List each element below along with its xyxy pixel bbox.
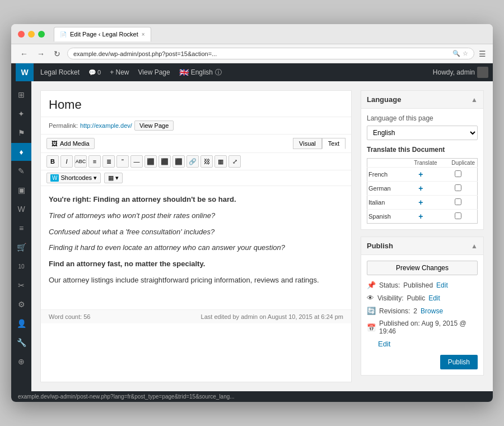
sidebar-icon-extra4[interactable]: 🔧	[11, 334, 31, 351]
spanish-translate[interactable]: +	[402, 210, 440, 224]
align-left-button[interactable]: ⬛	[144, 155, 157, 168]
italian-duplicate-checkbox[interactable]	[455, 198, 461, 205]
language-select[interactable]: English French German Italian Spanish	[367, 126, 478, 140]
text-tab[interactable]: Text	[322, 138, 346, 149]
language-widget: Language ▲ Language of this page English…	[361, 90, 484, 230]
add-media-label: Add Media	[60, 140, 90, 147]
language-item[interactable]: 🇬🇧 English ⓘ	[175, 63, 226, 81]
calendar-icon: 📅	[367, 323, 376, 332]
sidebar-icon-extra1[interactable]: ✂	[11, 276, 31, 294]
link-button[interactable]: 🔗	[186, 155, 199, 168]
caret-icon: ▾	[115, 174, 119, 182]
permalink-link[interactable]: http://example.dev/	[80, 122, 132, 129]
spanish-duplicate-checkbox[interactable]	[455, 212, 461, 219]
spanish-translate-plus[interactable]: +	[418, 212, 423, 221]
quote-button[interactable]: "	[116, 155, 129, 168]
comments-item[interactable]: 💬 0	[84, 63, 105, 81]
howdy-label: Howdy, admin	[433, 68, 475, 76]
italian-translate[interactable]: +	[402, 196, 440, 210]
sidebar-icon-extra3[interactable]: 👤	[11, 314, 31, 332]
view-page-item[interactable]: View Page	[134, 63, 175, 81]
insert-button[interactable]: ▦	[214, 155, 227, 168]
forward-button[interactable]: →	[35, 48, 47, 59]
italian-duplicate[interactable]	[440, 196, 478, 210]
sidebar-icon-users[interactable]: ≡	[11, 219, 31, 237]
italic-button[interactable]: I	[60, 155, 73, 168]
ol-button[interactable]: ≣	[102, 155, 115, 168]
align-center-button[interactable]: ⬛	[158, 155, 171, 168]
language-toggle-icon[interactable]: ▲	[471, 96, 478, 104]
sidebar-icon-appearance[interactable]: ▣	[11, 181, 31, 199]
align-right-button[interactable]: ⬛	[172, 155, 185, 168]
tab-close-icon[interactable]: ×	[142, 31, 145, 38]
shortcodes-button[interactable]: W Shortcodes ▾	[46, 173, 101, 183]
italian-translate-plus[interactable]: +	[418, 198, 423, 207]
close-button[interactable]	[18, 31, 25, 38]
italian-label: Italian	[367, 196, 403, 210]
sidebar-icon-plugins[interactable]: W	[11, 200, 31, 218]
german-duplicate[interactable]	[440, 182, 478, 196]
german-duplicate-checkbox[interactable]	[455, 184, 461, 191]
browser-tab[interactable]: 📄 Edit Page ‹ Legal Rocket ×	[54, 27, 151, 41]
visibility-edit-link[interactable]: Edit	[428, 294, 440, 302]
url-bar[interactable]: example.dev/wp-admin/post.php?post=15&ac…	[67, 48, 474, 59]
visual-tab[interactable]: Visual	[293, 138, 322, 149]
translate-table: Translate Duplicate French +	[367, 158, 478, 224]
format-toolbar: B I ABC ≡ ≣ " — ⬛ ⬛ ⬛ 🔗 ⛓ ▦ ⤢	[41, 153, 351, 170]
sidebar-icon-media[interactable]: ⚑	[11, 124, 31, 142]
fullscreen-button[interactable]: ⤢	[228, 155, 241, 168]
sidebar-icon-posts[interactable]: ✦	[11, 105, 31, 123]
wp-logo: W	[16, 63, 34, 81]
sidebar-icon-comments[interactable]: ✎	[11, 162, 31, 180]
published-edit-link[interactable]: Edit	[378, 340, 390, 348]
french-duplicate-checkbox[interactable]	[455, 170, 461, 177]
permalink-label: Permalink:	[49, 122, 78, 129]
unlink-button[interactable]: ⛓	[200, 155, 213, 168]
wp-main: ⊞ ✦ ⚑ ♦ ✎ ▣ W ≡ 🛒 10 ✂ ⚙ 👤 🔧 ⊕ Per	[11, 81, 493, 391]
french-translate-plus[interactable]: +	[418, 170, 423, 179]
minimize-button[interactable]	[28, 31, 35, 38]
revisions-browse-link[interactable]: Browse	[421, 307, 443, 315]
page-title-input[interactable]	[49, 98, 343, 112]
ul-button[interactable]: ≡	[88, 155, 101, 168]
status-row: 📌 Status: Published Edit	[367, 281, 478, 289]
german-translate[interactable]: +	[402, 182, 440, 196]
editor-content[interactable]: You're right: Finding an attorney should…	[41, 186, 351, 309]
visual-format-button[interactable]: ▦ ▾	[104, 173, 123, 183]
site-name-item[interactable]: Legal Rocket	[36, 63, 84, 81]
spanish-duplicate[interactable]	[440, 210, 478, 224]
visibility-row: 👁 Visibility: Public Edit	[367, 294, 478, 302]
word-count: Word count: 56	[49, 313, 90, 320]
sidebar-icon-pages[interactable]: ♦	[11, 143, 31, 161]
editor-panel: Permalink: http://example.dev/ View Page…	[40, 90, 352, 382]
sidebar-icon-extra5[interactable]: ⊕	[11, 353, 31, 371]
publish-button[interactable]: Publish	[440, 355, 478, 369]
sidebar-icon-dashboard[interactable]: ⊞	[11, 86, 31, 104]
publish-toggle-icon[interactable]: ▲	[471, 242, 478, 250]
french-translate[interactable]: +	[402, 168, 440, 182]
view-page-button[interactable]: View Page	[134, 121, 174, 131]
published-row: 📅 Published on: Aug 9, 2015 @ 19:46	[367, 320, 478, 335]
status-edit-link[interactable]: Edit	[436, 281, 448, 289]
preview-changes-button[interactable]: Preview Changes	[367, 261, 478, 275]
french-duplicate[interactable]	[440, 168, 478, 182]
menu-icon[interactable]: ☰	[479, 49, 486, 58]
language-widget-body: Language of this page English French Ger…	[361, 109, 483, 229]
sidebar-icon-settings[interactable]: 10	[11, 257, 31, 275]
new-item[interactable]: + New	[105, 63, 133, 81]
duplicate-col-header: Duplicate	[440, 159, 478, 168]
hr-button[interactable]: —	[130, 155, 143, 168]
add-media-button[interactable]: 🖼 Add Media	[46, 138, 95, 149]
back-button[interactable]: ←	[18, 48, 30, 59]
sidebar-icon-tools[interactable]: 🛒	[11, 238, 31, 256]
maximize-button[interactable]	[38, 31, 45, 38]
translate-section: Translate this Document Translate Duplic…	[367, 146, 478, 224]
bold-button[interactable]: B	[46, 155, 59, 168]
table-row: Italian +	[367, 196, 478, 210]
status-value: Published	[403, 281, 433, 289]
add-media-icon: 🖼	[52, 140, 58, 147]
german-translate-plus[interactable]: +	[418, 184, 423, 193]
abc-button[interactable]: ABC	[74, 155, 87, 168]
sidebar-icon-extra2[interactable]: ⚙	[11, 295, 31, 313]
refresh-button[interactable]: ↻	[52, 48, 63, 59]
